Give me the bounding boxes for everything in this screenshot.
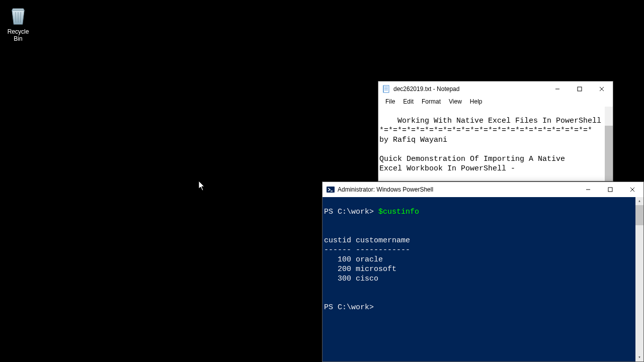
ps-output-row: 100 oracle	[324, 255, 383, 264]
ps-prompt: PS C:\work>	[324, 208, 378, 216]
powershell-scrollbar[interactable]: ▴ ▾	[635, 197, 643, 361]
minimize-button[interactable]	[546, 81, 569, 97]
mouse-cursor-icon	[199, 181, 206, 191]
scroll-down-icon[interactable]: ▾	[635, 353, 643, 361]
recycle-bin-icon	[8, 5, 29, 26]
notepad-scrollbar[interactable]	[605, 107, 613, 181]
svg-rect-3	[383, 85, 389, 93]
notepad-window-controls	[546, 81, 613, 97]
notepad-content: Working With Native Excel Files In Power…	[379, 117, 601, 181]
menu-view[interactable]: View	[445, 98, 466, 106]
maximize-button[interactable]	[569, 81, 591, 97]
notepad-titlebar[interactable]: dec262019.txt - Notepad	[378, 81, 613, 97]
ps-output-divider: ------ ------------	[324, 246, 410, 254]
ps-prompt: PS C:\work>	[324, 303, 374, 312]
ps-output-row: 300 cisco	[324, 275, 378, 283]
powershell-terminal[interactable]: PS C:\work> $custinfo custid customernam…	[323, 197, 643, 361]
notepad-menubar: File Edit Format View Help	[378, 97, 613, 107]
scrollbar-thumb[interactable]	[605, 126, 613, 181]
recycle-bin-desktop-icon[interactable]: Recycle Bin	[3, 5, 33, 42]
menu-edit[interactable]: Edit	[399, 98, 418, 106]
scrollbar-track[interactable]	[635, 205, 643, 353]
ps-line-1: PS C:\work> $custinfo	[324, 208, 419, 216]
powershell-window-controls	[577, 182, 643, 197]
ps-command: $custinfo	[378, 208, 419, 216]
ps-output-header: custid customername	[324, 236, 410, 245]
powershell-window[interactable]: Administrator: Windows PowerShell PS C:\…	[322, 182, 644, 362]
svg-rect-9	[578, 87, 582, 91]
svg-rect-15	[608, 188, 612, 192]
close-button[interactable]	[621, 182, 643, 197]
maximize-button[interactable]	[599, 182, 621, 197]
svg-rect-7	[383, 85, 384, 93]
notepad-title: dec262019.txt - Notepad	[393, 85, 546, 93]
recycle-bin-label: Recycle Bin	[3, 28, 33, 42]
ps-output-row: 200 microsoft	[324, 265, 396, 274]
close-button[interactable]	[591, 81, 613, 97]
scrollbar-thumb[interactable]	[635, 205, 643, 225]
menu-file[interactable]: File	[381, 98, 399, 106]
powershell-icon	[327, 186, 335, 194]
menu-format[interactable]: Format	[418, 98, 445, 106]
powershell-titlebar[interactable]: Administrator: Windows PowerShell	[323, 182, 643, 197]
powershell-title: Administrator: Windows PowerShell	[338, 186, 577, 193]
menu-help[interactable]: Help	[466, 98, 487, 106]
notepad-window[interactable]: dec262019.txt - Notepad File Edit Format…	[378, 81, 613, 182]
minimize-button[interactable]	[577, 182, 599, 197]
notepad-icon	[382, 85, 390, 93]
notepad-text-area[interactable]: Working With Native Excel Files In Power…	[378, 107, 613, 181]
scroll-up-icon[interactable]: ▴	[635, 197, 643, 205]
